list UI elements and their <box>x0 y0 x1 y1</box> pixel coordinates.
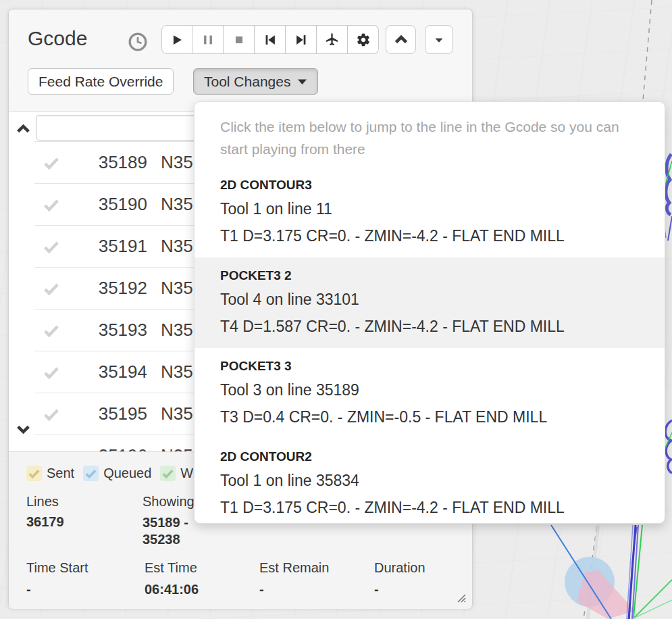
est-time-stat: Est Time 06:41:06 <box>145 560 259 597</box>
line-number: 35195 <box>76 403 147 424</box>
tool-line: Tool 4 on line 33101 <box>220 286 639 313</box>
tool-line: Tool 3 on line 35189 <box>220 376 639 403</box>
est-time-label: Est Time <box>145 560 259 576</box>
tool-line: Tool 1 on line 11 <box>220 195 639 222</box>
line-number: 35189 <box>76 152 147 173</box>
clock-icon <box>128 32 148 52</box>
lines-label: Lines <box>26 494 143 510</box>
settings-button[interactable] <box>348 25 379 54</box>
tool-change-item-2d-contour3[interactable]: 2D CONTOUR3 Tool 1 on line 11 T1 D=3.175… <box>195 167 665 257</box>
operation-name: POCKET3 2 <box>220 266 639 286</box>
legend-label: Queued <box>103 466 151 481</box>
playback-toolbar <box>161 25 379 54</box>
legend-label: Sent <box>47 466 74 481</box>
air-run-button[interactable] <box>317 25 348 54</box>
written-check-icon <box>160 466 176 481</box>
collapse-panel-button[interactable] <box>386 25 416 54</box>
operation-name: POCKET3 3 <box>220 356 639 376</box>
tool-changes-dropdown: Click the item below to jump to the line… <box>194 101 665 524</box>
queued-check-icon <box>83 466 99 481</box>
panel-menu-button[interactable] <box>425 25 453 54</box>
play-button[interactable] <box>161 25 192 54</box>
time-start-label: Time Start <box>26 560 145 576</box>
feed-rate-override-button[interactable]: Feed Rate Override <box>28 68 174 95</box>
check-icon <box>43 364 60 381</box>
pause-button[interactable] <box>192 25 224 54</box>
caret-down-icon <box>297 77 307 86</box>
feed-rate-override-label: Feed Rate Override <box>38 74 163 90</box>
tool-description: T4 D=1.587 CR=0. - ZMIN=-4.2 - FLAT END … <box>220 313 639 340</box>
pause-icon <box>201 32 215 47</box>
tool-line: Tool 1 on line 35834 <box>220 467 639 494</box>
est-time-value: 06:41:06 <box>145 582 259 597</box>
operation-name: 2D CONTOUR3 <box>220 175 639 195</box>
dropdown-helper-text: Click the item below to jump to the line… <box>220 116 631 160</box>
plane-icon <box>324 32 340 47</box>
line-number: 35191 <box>76 236 147 257</box>
stop-icon <box>232 32 247 47</box>
skip-to-start-icon <box>263 32 278 47</box>
time-stats: Time Start - Est Time 06:41:06 Est Remai… <box>26 560 425 597</box>
time-start-value: - <box>26 582 145 597</box>
duration-value: - <box>374 582 425 597</box>
skip-to-end-button[interactable] <box>286 25 317 54</box>
caret-down-icon <box>432 32 446 47</box>
scroll-up-icon[interactable] <box>15 122 32 137</box>
est-remain-stat: Est Remain - <box>259 560 374 597</box>
tool-changes-label: Tool Changes <box>204 74 290 90</box>
legend-item-queued: Queued <box>83 466 151 481</box>
play-icon <box>170 32 184 47</box>
resize-grip[interactable] <box>456 593 466 603</box>
tool-description: T1 D=3.175 CR=0. - ZMIN=-4.2 - FLAT END … <box>220 494 639 521</box>
duration-stat: Duration - <box>374 560 425 597</box>
duration-label: Duration <box>374 560 425 576</box>
tool-changes-button[interactable]: Tool Changes <box>193 68 318 95</box>
line-number: 35192 <box>76 278 147 299</box>
check-icon <box>43 280 60 297</box>
check-icon <box>43 196 60 214</box>
check-icon <box>43 405 60 423</box>
tool-description: T3 D=0.4 CR=0. - ZMIN=-0.5 - FLAT END MI… <box>220 403 639 430</box>
operation-name: 2D CONTOUR2 <box>220 447 639 467</box>
tool-change-item-pocket3-3[interactable]: POCKET3 3 Tool 3 on line 35189 T3 D=0.4 … <box>195 348 665 439</box>
tool-change-item-2d-contour2[interactable]: 2D CONTOUR2 Tool 1 on line 35834 T1 D=3.… <box>195 439 665 524</box>
lines-value: 36179 <box>26 514 143 530</box>
est-remain-value: - <box>259 582 374 597</box>
sent-check-icon <box>26 466 42 481</box>
check-icon <box>43 154 60 172</box>
check-icon <box>43 322 60 339</box>
lines-stat: Lines 36179 <box>26 494 143 548</box>
line-number: 35190 <box>76 194 147 215</box>
time-start-stat: Time Start - <box>26 560 145 597</box>
line-number: 35193 <box>76 320 147 341</box>
est-remain-label: Est Remain <box>259 560 374 576</box>
check-icon <box>43 238 60 255</box>
tool-description: T1 D=3.175 CR=0. - ZMIN=-4.2 - FLAT END … <box>220 222 639 249</box>
chevron-up-icon <box>393 32 409 48</box>
scroll-down-icon[interactable] <box>15 422 32 437</box>
tool-change-item-pocket3-2[interactable]: POCKET3 2 Tool 4 on line 33101 T4 D=1.58… <box>195 257 665 348</box>
legend-item-sent: Sent <box>26 466 74 481</box>
stop-button[interactable] <box>224 25 255 54</box>
panel-title: Gcode <box>28 27 87 50</box>
line-number: 35194 <box>76 362 147 382</box>
skip-to-end-icon <box>294 32 309 47</box>
gear-icon <box>356 32 371 47</box>
skip-to-start-button[interactable] <box>255 25 286 54</box>
